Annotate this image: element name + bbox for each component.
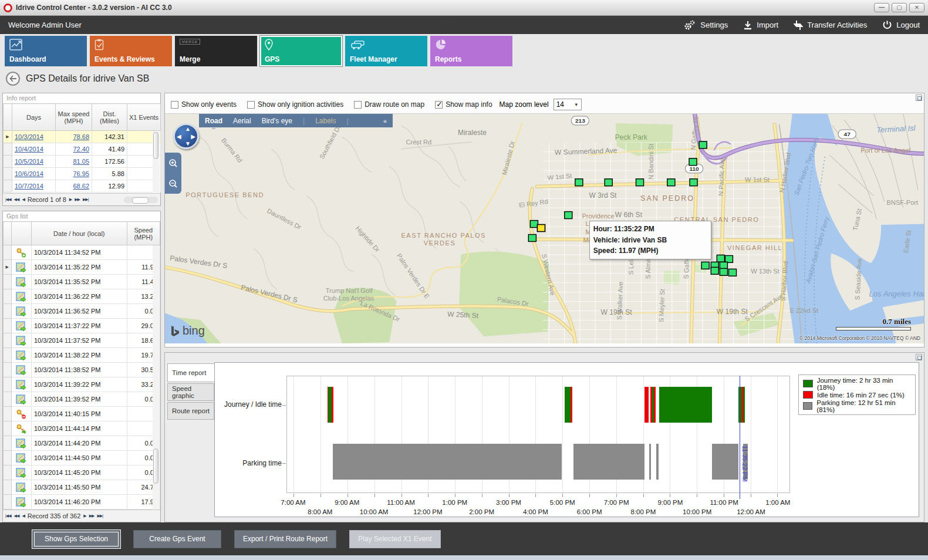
cell-max-speed[interactable]: 78.68	[56, 131, 92, 143]
bing-map[interactable]: 213 110 47 Burma Rd Crest Rd Southfield …	[165, 114, 924, 343]
info-report-pager[interactable]: |◀◀ ◀◀ ◀ Record 1 of 8 ▶ ▶▶ ▶▶|	[3, 193, 160, 205]
pager-next-icon[interactable]: ▶	[83, 514, 86, 518]
checkbox-draw-route[interactable]: Draw route on map	[354, 100, 424, 109]
gps-list-row[interactable]: 10/3/2014 11:44:20 PM0.00	[4, 436, 160, 451]
pager-last-icon[interactable]: ▶▶|	[97, 514, 103, 518]
gps-list-row[interactable]: 10/3/2014 11:38:52 PM30.55	[4, 363, 160, 377]
gps-marker[interactable]	[575, 179, 583, 186]
tab-gps[interactable]: GPS	[260, 36, 342, 66]
cell-days[interactable]: 10/6/2014	[12, 168, 56, 180]
gps-list-row[interactable]: 10/3/2014 11:38:22 PM19.70	[4, 348, 160, 363]
gps-list-row[interactable]: 10/3/2014 11:37:52 PM18.63	[4, 333, 160, 348]
pager-next-page-icon[interactable]: ▶▶	[75, 197, 80, 202]
col-dist[interactable]: Dist. (Miles)	[92, 104, 127, 131]
play-selected-x1-event-button[interactable]: Play Selected X1 Event	[349, 530, 440, 548]
maximize-button[interactable]: ▢	[892, 3, 907, 12]
cell-datetime[interactable]: 10/3/2014 11:46:20 PM	[31, 495, 127, 510]
cell-datetime[interactable]: 10/3/2014 11:45:20 PM	[31, 465, 127, 480]
map-view[interactable]: 213 110 47 Burma Rd Crest Rd Southfield …	[165, 113, 924, 343]
pager-prev-icon[interactable]: ◀	[22, 514, 24, 518]
info-report-row[interactable]: 10/6/201476.955.88	[4, 168, 161, 180]
cell-datetime[interactable]: 10/3/2014 11:44:20 PM	[31, 436, 127, 451]
info-report-scrollbar[interactable]	[153, 131, 160, 193]
gps-marker[interactable]	[689, 158, 697, 166]
info-report-row[interactable]: 10/7/201468.6212.99	[4, 180, 161, 193]
checkbox-show-map-info[interactable]: Show map info	[435, 100, 492, 109]
gps-marker[interactable]	[728, 269, 736, 276]
gps-list-row[interactable]: 10/3/2014 11:40:15 PM	[4, 407, 160, 421]
gps-list-row[interactable]: 10/3/2014 11:36:52 PM0.00	[4, 304, 160, 319]
col-days[interactable]: Days	[12, 104, 56, 131]
pan-right-icon[interactable]: ▶	[191, 133, 195, 140]
col-datetime[interactable]: Date / hour (local)	[31, 222, 127, 245]
settings-button[interactable]: Settings	[683, 20, 728, 31]
close-button[interactable]: ✕	[909, 3, 924, 12]
tab-route-report[interactable]: Route report	[167, 402, 214, 420]
tab-fleet-manager[interactable]: Fleet Manager	[345, 36, 427, 66]
gps-list-pager[interactable]: |◀◀ ◀◀ ◀ Record 335 of 362 ▶ ▶▶ ▶▶|	[3, 510, 160, 522]
gps-list-row[interactable]: 10/3/2014 11:44:14 PM	[4, 421, 160, 436]
import-button[interactable]: Import	[743, 21, 778, 30]
gps-list-row[interactable]: 10/3/2014 11:34:52 PM	[4, 245, 160, 260]
timeline-plot[interactable]: 11:35:22 PM	[286, 376, 790, 493]
map-style-labels[interactable]: Labels	[315, 117, 336, 125]
gps-marker[interactable]	[720, 268, 727, 275]
zoom-in-icon[interactable]	[168, 158, 178, 168]
cell-datetime[interactable]: 10/3/2014 11:35:52 PM	[31, 275, 127, 289]
tab-dashboard[interactable]: Dashboard	[5, 36, 87, 66]
info-report-row[interactable]: 10/5/201481.05172.56	[4, 156, 161, 168]
pan-left-icon[interactable]: ◀	[177, 133, 181, 140]
map-compass-control[interactable]: ▲ ▼ ◀ ▶	[173, 123, 199, 149]
gps-marker[interactable]	[565, 212, 572, 219]
cell-datetime[interactable]: 10/3/2014 11:37:52 PM	[31, 333, 127, 348]
checkbox-show-only-ignition[interactable]: Show only ignition activities	[247, 100, 343, 109]
map-style-aerial[interactable]: Aerial	[233, 117, 251, 125]
col-x1-events[interactable]: X1 Events	[127, 104, 161, 131]
tab-speed-graphic[interactable]: Speed graphic	[167, 383, 214, 401]
zoom-out-icon[interactable]	[168, 179, 178, 188]
cell-datetime[interactable]: 10/3/2014 11:44:14 PM	[31, 421, 127, 436]
pager-first-icon[interactable]: |◀◀	[5, 514, 11, 518]
pager-prev-page-icon[interactable]: ◀◀	[14, 197, 19, 202]
map-zoom-select[interactable]: 14 ▼	[554, 99, 582, 110]
checkbox-show-only-events[interactable]: Show only events	[171, 100, 237, 109]
cell-max-speed[interactable]: 72.40	[56, 143, 92, 156]
col-max-speed[interactable]: Max speed (MPH)	[56, 104, 92, 131]
tab-reports[interactable]: Reports	[430, 36, 512, 66]
gps-marker[interactable]	[636, 179, 643, 186]
cell-datetime[interactable]: 10/3/2014 11:35:22 PM	[31, 260, 127, 275]
cell-datetime[interactable]: 10/3/2014 11:45:50 PM	[31, 480, 127, 495]
gps-list-row[interactable]: ▶ 10/3/2014 11:35:22 PM11.97	[4, 260, 160, 275]
cell-days[interactable]: 10/7/2014	[12, 180, 56, 193]
navbar-collapse-icon[interactable]: «	[383, 117, 387, 124]
pager-last-icon[interactable]: ▶▶|	[83, 197, 89, 202]
gps-list-row[interactable]: 10/3/2014 11:45:20 PM0.00	[4, 465, 160, 480]
gps-marker[interactable]	[725, 255, 733, 262]
cell-datetime[interactable]: 10/3/2014 11:36:22 PM	[31, 289, 127, 304]
gps-marker[interactable]	[711, 267, 718, 274]
cell-datetime[interactable]: 10/3/2014 11:40:15 PM	[31, 407, 127, 421]
cell-datetime[interactable]: 10/3/2014 11:39:22 PM	[31, 377, 127, 392]
pager-prev-page-icon[interactable]: ◀◀	[14, 514, 19, 518]
gps-list-scrollbar[interactable]	[153, 245, 160, 510]
pager-hscrollbar[interactable]	[124, 197, 158, 203]
gps-list-row[interactable]: 10/3/2014 11:39:22 PM33.21	[4, 377, 160, 392]
cell-days[interactable]: 10/5/2014	[12, 156, 56, 168]
gps-list-row[interactable]: 10/3/2014 11:44:50 PM0.00	[4, 451, 160, 465]
gps-marker[interactable]	[690, 179, 697, 186]
cell-max-speed[interactable]: 68.62	[56, 180, 92, 193]
gps-marker[interactable]	[530, 221, 538, 228]
gps-marker[interactable]	[717, 255, 724, 262]
tab-events-reviews[interactable]: Events & Reviews	[90, 36, 172, 66]
cell-max-speed[interactable]: 81.05	[56, 156, 92, 168]
create-gps-event-button[interactable]: Create Gps Event	[133, 530, 221, 548]
transfer-activities-button[interactable]: Transfer Activities	[794, 20, 867, 31]
col-speed[interactable]: Speed (MPH)	[127, 222, 160, 245]
cell-datetime[interactable]: 10/3/2014 11:44:50 PM	[31, 451, 127, 465]
gps-list-row[interactable]: 10/3/2014 11:35:52 PM11.47	[4, 275, 160, 289]
info-report-row[interactable]: 10/4/201472.4041.49	[4, 143, 161, 156]
pager-prev-icon[interactable]: ◀	[22, 197, 24, 202]
info-report-row[interactable]: ▶10/3/201478.68142.31	[4, 131, 161, 143]
pager-first-icon[interactable]: |◀◀	[5, 197, 11, 202]
map-panel-collapse-button[interactable]	[916, 95, 922, 101]
